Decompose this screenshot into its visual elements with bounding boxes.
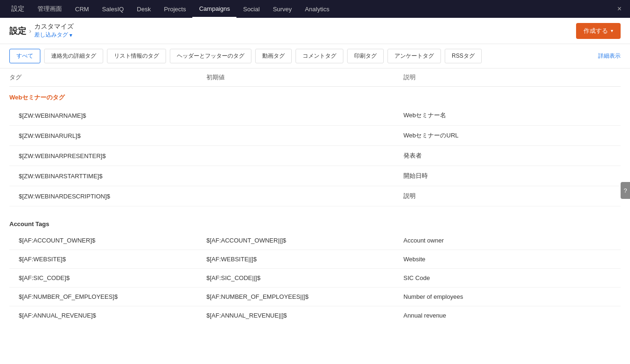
- account-tag-4: $[AF:NUMBER_OF_EMPLOYEES]$: [9, 293, 206, 300]
- account-desc-3: SIC Code: [403, 274, 621, 281]
- webinar-row-3: $[ZW:WEBINARPRESENTER]$ 発表者: [9, 146, 621, 166]
- webinar-row-1: $[ZW:WEBINARNAME]$ Webセミナー名: [9, 106, 621, 126]
- create-button-label: 作成する: [584, 27, 608, 35]
- filter-tabs: すべて 連絡先の詳細タグ リスト情報のタグ ヘッダーとフッターのタグ 動画タグ …: [0, 44, 630, 68]
- create-button-arrow-icon: ▾: [611, 28, 613, 33]
- tab-print[interactable]: 印刷タグ: [347, 49, 384, 63]
- breadcrumb-dropdown[interactable]: 差し込みタグ ▾: [34, 31, 74, 39]
- account-tag-3: $[AF:SIC_CODE]$: [9, 274, 206, 281]
- account-default-4: $[AF:NUMBER_OF_EMPLOYEES||]$: [206, 293, 403, 300]
- account-tag-1: $[AF:ACCOUNT_OWNER]$: [9, 237, 206, 244]
- account-row-1: $[AF:ACCOUNT_OWNER]$ $[AF:ACCOUNT_OWNER|…: [9, 231, 621, 250]
- col-tag-header: タグ: [9, 73, 206, 82]
- tab-all[interactable]: すべて: [9, 49, 40, 63]
- breadcrumb-dropdown-text: 差し込みタグ: [34, 31, 68, 39]
- col-desc-header: 説明: [403, 73, 621, 82]
- table-area: タグ 初期値 説明 Webセミナーのタグ $[ZW:WEBINARNAME]$ …: [0, 68, 630, 325]
- webinar-tag-2: $[ZW:WEBINARURL]$: [9, 132, 206, 139]
- tab-contact-detail[interactable]: 連絡先の詳細タグ: [44, 49, 103, 63]
- webinar-tag-5: $[ZW:WEBINARDESCRIPTION]$: [9, 193, 206, 200]
- breadcrumb-chevron-icon: ›: [29, 27, 31, 35]
- account-row-5: $[AF:ANNUAL_REVENUE]$ $[AF:ANNUAL_REVENU…: [9, 306, 621, 325]
- webinar-desc-1: Webセミナー名: [403, 111, 621, 120]
- webinar-tag-1: $[ZW:WEBINARNAME]$: [9, 112, 206, 119]
- breadcrumb-title: 設定: [9, 25, 26, 37]
- webinar-row-4: $[ZW:WEBINARSTARTTIME]$ 開始日時: [9, 166, 621, 186]
- nav-survey[interactable]: Survey: [266, 0, 298, 18]
- breadcrumb-bar: 設定 › カスタマイズ 差し込みタグ ▾ 作成する ▾: [0, 18, 630, 44]
- tab-header-footer[interactable]: ヘッダーとフッターのタグ: [170, 49, 251, 63]
- account-row-3: $[AF:SIC_CODE]$ $[AF:SIC_CODE||]$ SIC Co…: [9, 269, 621, 288]
- tab-survey[interactable]: アンケートタグ: [387, 49, 441, 63]
- account-desc-1: Account owner: [403, 237, 621, 244]
- account-section-header: Account Tags: [9, 214, 621, 231]
- account-default-5: $[AF:ANNUAL_REVENUE||]$: [206, 312, 403, 319]
- account-desc-4: Number of employees: [403, 293, 621, 300]
- col-default-header: 初期値: [206, 73, 403, 82]
- account-desc-5: Annual revenue: [403, 312, 621, 319]
- nav-kanri[interactable]: 管理画面: [31, 0, 68, 18]
- breadcrumb-main-text: カスタマイズ: [34, 23, 74, 31]
- account-tag-5: $[AF:ANNUAL_REVENUE]$: [9, 312, 206, 319]
- account-default-3: $[AF:SIC_CODE||]$: [206, 274, 403, 281]
- account-desc-2: Website: [403, 256, 621, 263]
- tab-video[interactable]: 動画タグ: [255, 49, 292, 63]
- nav-analytics[interactable]: Analytics: [298, 0, 336, 18]
- tab-rss[interactable]: RSSタグ: [445, 49, 482, 63]
- help-badge[interactable]: ?: [621, 182, 630, 199]
- tab-list-info[interactable]: リスト情報のタグ: [107, 49, 166, 63]
- nav-crm[interactable]: CRM: [68, 0, 96, 18]
- webinar-tag-4: $[ZW:WEBINARSTARTTIME]$: [9, 173, 206, 180]
- webinar-desc-5: 説明: [403, 192, 621, 200]
- webinar-tag-3: $[ZW:WEBINARPRESENTER]$: [9, 152, 206, 159]
- nav-salesiq[interactable]: SalesIQ: [96, 0, 130, 18]
- nav-campaigns[interactable]: Campaigns: [192, 0, 236, 18]
- webinar-desc-4: 開始日時: [403, 172, 621, 180]
- webinar-desc-2: WebセミナーのURL: [403, 131, 621, 140]
- detail-view-link[interactable]: 詳細表示: [598, 52, 621, 60]
- chevron-down-icon: ▾: [69, 32, 72, 38]
- nav-projects[interactable]: Projects: [157, 0, 192, 18]
- nav-settings[interactable]: 設定: [5, 0, 31, 18]
- nav-social[interactable]: Social: [236, 0, 266, 18]
- account-default-1: $[AF:ACCOUNT_OWNER||]$: [206, 237, 403, 244]
- close-icon[interactable]: ×: [614, 3, 625, 15]
- account-row-4: $[AF:NUMBER_OF_EMPLOYEES]$ $[AF:NUMBER_O…: [9, 288, 621, 306]
- table-header: タグ 初期値 説明: [9, 68, 621, 87]
- breadcrumb-sub: カスタマイズ 差し込みタグ ▾: [34, 23, 74, 39]
- nav-desk[interactable]: Desk: [130, 0, 158, 18]
- create-button[interactable]: 作成する ▾: [576, 23, 621, 39]
- webinar-section-header: Webセミナーのタグ: [9, 87, 621, 106]
- breadcrumb-left: 設定 › カスタマイズ 差し込みタグ ▾: [9, 23, 74, 39]
- top-navigation: 設定 管理画面 CRM SalesIQ Desk Projects Campai…: [0, 0, 630, 18]
- webinar-row-2: $[ZW:WEBINARURL]$ WebセミナーのURL: [9, 126, 621, 146]
- webinar-row-5: $[ZW:WEBINARDESCRIPTION]$ 説明: [9, 186, 621, 206]
- account-default-2: $[AF:WEBSITE||]$: [206, 256, 403, 263]
- tab-comment[interactable]: コメントタグ: [296, 49, 343, 63]
- account-tag-2: $[AF:WEBSITE]$: [9, 256, 206, 263]
- account-row-2: $[AF:WEBSITE]$ $[AF:WEBSITE||]$ Website: [9, 250, 621, 269]
- webinar-desc-3: 発表者: [403, 152, 621, 160]
